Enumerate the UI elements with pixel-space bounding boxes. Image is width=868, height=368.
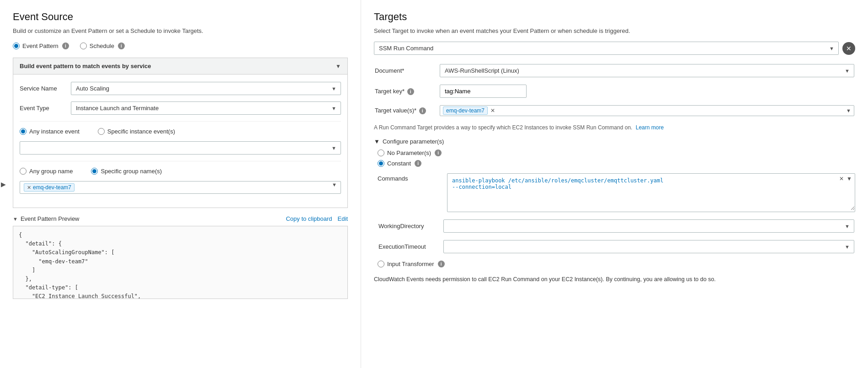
group-tag-remove[interactable]: ✕: [27, 185, 31, 191]
specific-event-select[interactable]: [20, 141, 341, 155]
specific-group-radio[interactable]: [91, 168, 98, 175]
service-name-select-wrapper: Auto Scaling EC2 Lambda ▼: [71, 82, 341, 95]
execution-timeout-select[interactable]: [443, 240, 854, 253]
execution-timeout-label: ExecutionTimeout: [378, 243, 426, 250]
collapsible-arrow: ▼: [335, 63, 341, 69]
configure-header[interactable]: ▼ Configure parameter(s): [374, 138, 855, 145]
schedule-radio[interactable]: [80, 43, 87, 49]
event-type-row: Event Type Instance Launch and Terminate…: [20, 101, 341, 115]
document-select[interactable]: AWS-RunShellScript (Linux) AWS-RunPowerS…: [440, 64, 854, 77]
preview-json: { "detail": { "AutoScalingGroupName": [ …: [19, 231, 342, 299]
left-edge-arrow[interactable]: ▶: [0, 179, 7, 190]
service-name-row: Service Name Auto Scaling EC2 Lambda ▼: [20, 82, 341, 95]
targets-form: Document* AWS-RunShellScript (Linux) AWS…: [374, 63, 855, 123]
target-close-button[interactable]: ✕: [842, 42, 855, 55]
target-value-row: Target value(s)* i emq-dev-team7 ✕ ▼: [375, 105, 854, 123]
schedule-radio-label[interactable]: Schedule i: [80, 43, 125, 49]
constant-radio[interactable]: [378, 160, 384, 167]
target-values-info[interactable]: i: [419, 107, 426, 114]
document-row: Document* AWS-RunShellScript (Linux) AWS…: [375, 64, 854, 84]
no-params-label[interactable]: No Parameter(s) i: [378, 149, 855, 156]
event-type-select[interactable]: Instance Launch and Terminate API Call v…: [71, 101, 341, 115]
specific-instance-label[interactable]: Specific instance event(s): [98, 128, 175, 135]
commands-textarea-wrapper: ✕ ▼ ansible-playbook /etc/ansible/roles/…: [447, 173, 855, 212]
specific-instance-text: Specific instance event(s): [107, 128, 175, 135]
commands-toolbar: ✕ ▼: [839, 176, 852, 182]
preview-title-text: Event Pattern Preview: [21, 215, 80, 222]
target-value-arrow[interactable]: ▼: [846, 108, 851, 113]
group-name-radio-group: Any group name Specific group name(s): [20, 168, 341, 175]
preview-header: ▼ Event Pattern Preview Copy to clipboar…: [13, 215, 348, 222]
preview-actions: Copy to clipboard Edit: [286, 215, 348, 222]
target-value-input[interactable]: emq-dev-team7 ✕ ▼: [440, 105, 854, 116]
working-dir-select[interactable]: [443, 219, 854, 233]
divider-2: [20, 161, 341, 161]
no-params-info[interactable]: i: [435, 149, 442, 156]
event-pattern-radio[interactable]: [13, 43, 20, 49]
target-key-input[interactable]: [440, 85, 527, 98]
execution-timeout-select-wrapper: ▼: [443, 240, 854, 253]
preview-title: ▼ Event Pattern Preview: [13, 215, 80, 222]
left-title: Event Source: [13, 11, 348, 23]
event-type-select-wrapper: Instance Launch and Terminate API Call v…: [71, 101, 341, 115]
instance-event-radio-group: Any instance event Specific instance eve…: [20, 128, 341, 135]
any-instance-label[interactable]: Any instance event: [20, 128, 80, 135]
target-values-label: Target value(s)* i: [375, 107, 426, 114]
event-pattern-radio-label[interactable]: Event Pattern i: [13, 43, 69, 49]
commands-label: Commands: [378, 173, 442, 182]
working-dir-select-wrapper: ▼: [443, 219, 854, 233]
commands-clear[interactable]: ✕: [839, 176, 844, 182]
preview-box: { "detail": { "AutoScalingGroupName": [ …: [13, 226, 348, 299]
bottom-note: CloudWatch Events needs permission to ca…: [374, 275, 855, 284]
param-radio-group: No Parameter(s) i Constant i: [378, 149, 855, 167]
specific-group-label[interactable]: Specific group name(s): [91, 168, 162, 175]
learn-more-link[interactable]: Learn more: [636, 124, 664, 131]
event-type-label: Event Type: [20, 105, 65, 112]
any-instance-radio[interactable]: [20, 128, 27, 135]
target-value-remove[interactable]: ✕: [490, 107, 495, 114]
group-tag-arrow: ▼: [332, 182, 337, 187]
schedule-info-icon[interactable]: i: [118, 43, 125, 49]
target-select[interactable]: SSM Run Command Lambda function SNS topi…: [374, 42, 839, 55]
input-transformer-radio[interactable]: [378, 261, 384, 267]
copy-clipboard-link[interactable]: Copy to clipboard: [286, 215, 332, 222]
working-dir-label: WorkingDirectory: [378, 223, 424, 229]
working-dir-row: WorkingDirectory ▼: [378, 219, 854, 239]
collapsible-header[interactable]: Build event pattern to match events by s…: [13, 58, 348, 75]
edit-link[interactable]: Edit: [338, 215, 348, 222]
commands-row: Commands ✕ ▼ ansible-playbook /etc/ansib…: [378, 173, 855, 212]
constant-label[interactable]: Constant i: [378, 160, 855, 167]
configure-section: ▼ Configure parameter(s) No Parameter(s)…: [374, 138, 855, 267]
any-group-label[interactable]: Any group name: [20, 168, 73, 175]
target-select-wrapper: SSM Run Command Lambda function SNS topi…: [374, 42, 839, 55]
configure-label: Configure parameter(s): [383, 138, 444, 145]
specific-instance-radio[interactable]: [98, 128, 105, 135]
group-tag-value: emq-dev-team7: [33, 184, 71, 191]
group-tag-input[interactable]: ✕ emq-dev-team7 ▼: [20, 181, 341, 194]
configure-arrow: ▼: [374, 138, 380, 145]
commands-textarea[interactable]: ansible-playbook /etc/ansible/roles/emqc…: [447, 174, 855, 210]
target-key-label: Target key* i: [375, 88, 414, 95]
service-name-select[interactable]: Auto Scaling EC2 Lambda: [71, 82, 341, 95]
no-params-radio[interactable]: [378, 149, 384, 156]
execution-timeout-row: ExecutionTimeout ▼: [378, 240, 854, 260]
group-tag-input-field[interactable]: [76, 184, 330, 191]
group-tag-row: ✕ emq-dev-team7 ▼: [20, 181, 341, 194]
commands-expand[interactable]: ▼: [847, 176, 852, 182]
input-transformer-info[interactable]: i: [438, 261, 445, 267]
left-panel: ▶ Event Source Build or customize an Eve…: [0, 0, 361, 368]
input-transformer-text: Input Transformer: [387, 261, 434, 267]
specific-event-select-wrapper: ▼: [20, 141, 341, 155]
target-key-row: Target key* i: [375, 85, 854, 104]
right-title: Targets: [374, 11, 855, 23]
service-name-label: Service Name: [20, 85, 65, 92]
event-pattern-info-icon[interactable]: i: [62, 43, 69, 49]
target-key-info[interactable]: i: [407, 88, 414, 95]
target-select-row: SSM Run Command Lambda function SNS topi…: [374, 42, 855, 55]
constant-info[interactable]: i: [415, 160, 421, 167]
input-transformer-label[interactable]: Input Transformer i: [378, 261, 855, 267]
any-group-radio[interactable]: [20, 168, 27, 175]
right-panel: Targets Select Target to invoke when an …: [361, 0, 868, 368]
preview-collapse-arrow[interactable]: ▼: [13, 216, 18, 222]
any-instance-text: Any instance event: [29, 128, 80, 135]
